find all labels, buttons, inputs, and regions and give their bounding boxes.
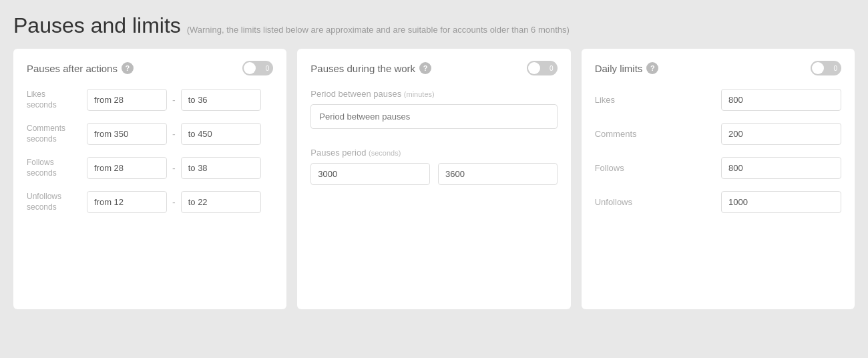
help-icon-daily[interactable]: ? <box>646 62 658 74</box>
comments-to-input[interactable] <box>181 123 261 145</box>
likes-inputs: - <box>87 89 261 111</box>
toggle-knob-daily <box>812 62 824 74</box>
period-between-input[interactable] <box>310 104 557 129</box>
follows-to-input[interactable] <box>181 157 261 179</box>
comments-row: Comments seconds - <box>27 123 273 145</box>
unfollows-from-input[interactable] <box>87 191 167 213</box>
daily-likes-label: Likes <box>595 95 662 105</box>
pauses-period-from-input[interactable] <box>310 163 430 185</box>
help-icon-pauses-during[interactable]: ? <box>419 62 431 74</box>
period-between-label: Period between pauses (minutes) <box>310 89 557 99</box>
unfollows-to-input[interactable] <box>181 191 261 213</box>
page-title: Pauses and limits (Warning, the limits l… <box>13 13 855 38</box>
daily-likes-row: Likes <box>595 89 841 111</box>
daily-follows-input[interactable] <box>721 157 841 179</box>
toggle-knob-during <box>528 62 540 74</box>
pauses-period-to-input[interactable] <box>438 163 558 185</box>
comments-inputs: - <box>87 123 261 145</box>
help-icon-pauses-after[interactable]: ? <box>122 62 134 74</box>
likes-row: Likes seconds - <box>27 89 273 111</box>
daily-likes-input[interactable] <box>721 89 841 111</box>
daily-unfollows-row: Unfollows <box>595 191 841 213</box>
pauses-during-work-panel: Pauses during the work ? 0 Period betwee… <box>297 49 570 309</box>
toggle-pauses-after[interactable]: 0 <box>242 61 273 75</box>
toggle-knob <box>244 62 256 74</box>
pauses-period-inputs <box>310 163 557 185</box>
unfollows-row: Unfollows seconds - <box>27 191 273 213</box>
panel-title-pauses-during: Pauses during the work ? <box>310 62 431 74</box>
comments-label: Comments seconds <box>27 124 87 144</box>
panel-header-daily: Daily limits ? 0 <box>595 61 841 75</box>
daily-comments-row: Comments <box>595 123 841 145</box>
panel-title-pauses-after: Pauses after actions ? <box>27 62 134 74</box>
pauses-period-label: Pauses period (seconds) <box>310 148 557 158</box>
panel-header-pauses-during: Pauses during the work ? 0 <box>310 61 557 75</box>
daily-follows-row: Follows <box>595 157 841 179</box>
follows-from-input[interactable] <box>87 157 167 179</box>
panel-title-daily: Daily limits ? <box>595 62 659 74</box>
unfollows-label: Unfollows seconds <box>27 192 87 212</box>
toggle-pauses-during[interactable]: 0 <box>527 61 558 75</box>
dash: - <box>172 129 176 140</box>
daily-unfollows-label: Unfollows <box>595 197 662 207</box>
likes-from-input[interactable] <box>87 89 167 111</box>
comments-from-input[interactable] <box>87 123 167 145</box>
follows-inputs: - <box>87 157 261 179</box>
panels-row: Pauses after actions ? 0 Likes seconds -… <box>13 49 855 309</box>
dash: - <box>172 95 176 106</box>
daily-follows-label: Follows <box>595 163 662 173</box>
pauses-after-actions-panel: Pauses after actions ? 0 Likes seconds -… <box>13 49 286 309</box>
dash: - <box>172 197 176 208</box>
panel-header-pauses-after: Pauses after actions ? 0 <box>27 61 273 75</box>
follows-row: Follows seconds - <box>27 157 273 179</box>
toggle-daily[interactable]: 0 <box>811 61 841 75</box>
likes-label: Likes seconds <box>27 90 87 110</box>
daily-limits-panel: Daily limits ? 0 Likes Comments Follows … <box>582 49 855 309</box>
daily-comments-input[interactable] <box>721 123 841 145</box>
follows-label: Follows seconds <box>27 158 87 178</box>
daily-unfollows-input[interactable] <box>721 191 841 213</box>
likes-to-input[interactable] <box>181 89 261 111</box>
dash: - <box>172 163 176 174</box>
unfollows-inputs: - <box>87 191 261 213</box>
daily-comments-label: Comments <box>595 129 662 139</box>
